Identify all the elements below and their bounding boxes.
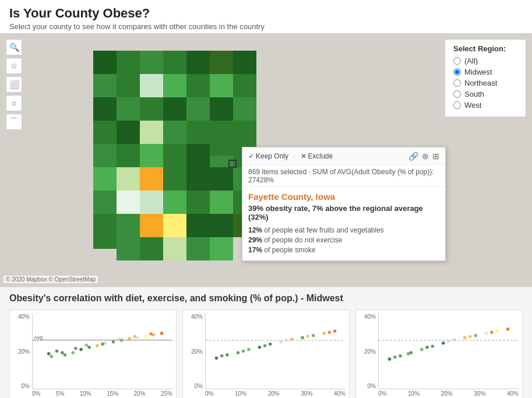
svg-rect-51	[163, 167, 186, 191]
region-radio-northeast[interactable]	[453, 79, 461, 87]
map-tooltip: ✓ Keep Only · ✕ Exclude 🔗 ⊛ ⊞ 869 items …	[242, 147, 446, 261]
svg-point-113	[312, 334, 315, 337]
svg-point-114	[322, 332, 326, 335]
svg-rect-35	[140, 144, 163, 167]
svg-point-109	[269, 343, 272, 346]
x-label: 10%	[235, 390, 246, 397]
x-label: 10%	[80, 390, 91, 397]
svg-rect-8	[117, 51, 140, 74]
svg-rect-21	[140, 97, 163, 121]
x-label: 0%	[205, 390, 213, 397]
chart-food-insecure: 40% 20% 0% Avg	[9, 309, 177, 398]
avg-label-1: Avg	[34, 334, 43, 340]
lasso-tool-button[interactable]: ⌒	[6, 114, 22, 130]
exclude-button[interactable]: ✕ Exclude	[301, 152, 333, 160]
svg-point-101	[133, 335, 137, 339]
region-option-west[interactable]: West	[453, 101, 517, 110]
y-label-0: 0%	[13, 383, 32, 389]
circle-select-button[interactable]: ○	[6, 95, 22, 111]
county-stat-exercise: 29% of people do not exercise	[248, 236, 439, 244]
svg-point-94	[160, 332, 164, 335]
svg-point-135	[393, 355, 397, 359]
region-radio-midwest[interactable]	[453, 68, 461, 76]
county-stat-smoke: 17% of people smoke	[248, 246, 439, 254]
page-subtitle: Select your county to see how it compare…	[9, 22, 523, 31]
region-option-all[interactable]: (All)	[453, 57, 517, 65]
smoke-text: of people smoke	[262, 246, 315, 254]
map-toolbar: 🔍 ☆ ⬜ ○ ⌒	[6, 39, 22, 130]
x-label: 15%	[107, 390, 118, 397]
svg-rect-67	[210, 167, 233, 191]
x-label: 40%	[507, 390, 519, 397]
svg-point-83	[71, 351, 75, 355]
svg-point-124	[399, 354, 402, 358]
svg-rect-57	[163, 191, 186, 214]
svg-point-123	[388, 358, 392, 361]
svg-point-85	[87, 346, 91, 349]
chart-area-3: 40% 20% 0%	[360, 314, 519, 389]
svg-point-80	[47, 352, 51, 355]
map-copyright: © 2020 Mapbox © OpenStreetMap	[3, 276, 98, 283]
svg-point-140	[490, 330, 494, 334]
svg-point-121	[328, 330, 332, 334]
diet-bold: 12%	[248, 226, 262, 234]
region-radio-west[interactable]	[453, 101, 461, 109]
y-labels-3: 40% 20% 0%	[360, 314, 378, 389]
grid-icon-button[interactable]: ⊞	[432, 152, 439, 161]
chart-plot-3	[378, 314, 519, 389]
svg-rect-17	[186, 74, 210, 97]
x-label: 25%	[161, 390, 172, 397]
tooltip-county-detail: Fayette County, Iowa 39% obesity rate, 7…	[242, 187, 445, 260]
filter-icon-button[interactable]: ⊛	[422, 152, 429, 161]
x-label: 0%	[32, 390, 40, 397]
region-option-midwest[interactable]: Midwest	[453, 68, 517, 76]
svg-point-129	[452, 338, 456, 341]
scatter-svg-1	[33, 314, 172, 389]
x-label: 5%	[56, 390, 64, 397]
svg-point-117	[242, 350, 245, 353]
link-icon-button[interactable]: 🔗	[408, 152, 418, 161]
svg-point-108	[258, 346, 262, 349]
exercise-text: of people do not exercise	[262, 236, 342, 244]
svg-rect-55	[117, 191, 140, 214]
diet-text: of people eat few fruits and vegetables	[262, 226, 384, 234]
region-radio-all[interactable]	[453, 57, 461, 65]
svg-point-112	[301, 336, 304, 340]
region-selector: Select Region: (All) Midwest Northeast S…	[445, 39, 526, 117]
svg-point-133	[495, 330, 499, 333]
smoke-bold: 17%	[248, 246, 262, 254]
svg-rect-22	[163, 97, 186, 121]
search-tool-button[interactable]: 🔍	[6, 39, 22, 55]
region-option-south[interactable]: South	[453, 90, 517, 98]
rect-select-button[interactable]: ⬜	[6, 76, 22, 93]
svg-rect-36	[163, 144, 186, 167]
svg-point-98	[85, 344, 89, 347]
tooltip-summary: 869 items selected · SUM of AVG(Adult Ob…	[242, 165, 445, 187]
svg-point-107	[247, 348, 251, 351]
svg-rect-20	[117, 97, 140, 121]
svg-point-139	[468, 335, 472, 339]
svg-point-106	[237, 351, 240, 355]
svg-point-86	[96, 344, 99, 348]
county-rate: 39% obesity rate, 7% above the regional …	[248, 204, 439, 221]
svg-rect-50	[140, 167, 163, 191]
svg-point-131	[474, 334, 477, 337]
svg-rect-16	[163, 74, 186, 97]
chart-area-2: 40% 20% 0%	[186, 314, 346, 389]
svg-point-137	[425, 346, 429, 349]
region-radio-south[interactable]	[453, 90, 461, 98]
chart-area-1: 40% 20% 0% Avg	[13, 314, 172, 389]
svg-point-134	[506, 327, 510, 331]
x-label: 20%	[134, 390, 146, 397]
svg-point-105	[226, 353, 229, 357]
svg-point-104	[215, 357, 219, 360]
svg-point-126	[420, 348, 424, 351]
map-section: 🔍 ☆ ⬜ ○ ⌒	[0, 33, 532, 287]
star-tool-button[interactable]: ☆	[6, 58, 22, 74]
svg-rect-28	[140, 121, 163, 144]
region-option-northeast[interactable]: Northeast	[453, 79, 517, 87]
x-label: 10%	[408, 390, 420, 397]
charts-row: 40% 20% 0% Avg	[9, 309, 523, 398]
scatter-svg-3	[379, 314, 519, 389]
keep-only-button[interactable]: ✓ Keep Only	[248, 152, 288, 160]
